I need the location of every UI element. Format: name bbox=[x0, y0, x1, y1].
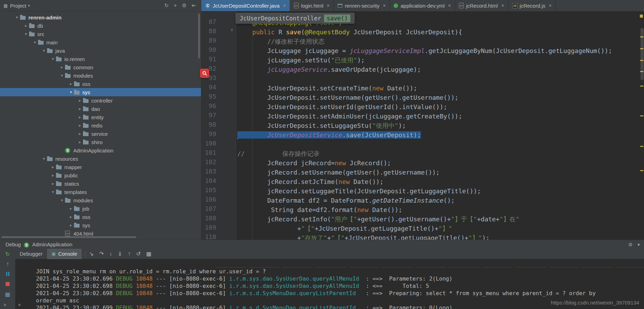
project-panel-title[interactable]: Project bbox=[10, 3, 26, 9]
tree-item[interactable]: ▸entity bbox=[0, 113, 201, 121]
show-execution-point-icon[interactable]: ↘ bbox=[89, 250, 93, 257]
expand-arrow-icon[interactable]: ▸ bbox=[77, 98, 83, 103]
editor-tab[interactable]: renren-security× bbox=[334, 0, 390, 11]
tree-item[interactable]: ▸job bbox=[0, 204, 201, 213]
close-tab-icon[interactable]: × bbox=[283, 3, 286, 8]
expand-arrow-icon[interactable]: ▾ bbox=[14, 15, 20, 20]
expand-arrow-icon[interactable]: ▸ bbox=[68, 206, 74, 211]
rerun-button[interactable]: ↻ bbox=[4, 251, 11, 257]
tree-vertical-scrollbar[interactable] bbox=[198, 14, 200, 59]
expand-arrow-icon[interactable]: ▸ bbox=[59, 65, 65, 70]
close-tab-icon[interactable]: × bbox=[327, 3, 330, 8]
tree-item[interactable]: ▸shiro bbox=[0, 138, 201, 146]
line-number[interactable]: 95 bbox=[201, 93, 236, 102]
search-icon[interactable] bbox=[200, 69, 209, 78]
expand-arrow-icon[interactable]: ▸ bbox=[77, 106, 83, 111]
step-into-icon[interactable]: ↓ bbox=[109, 250, 112, 257]
close-tab-icon[interactable]: × bbox=[448, 3, 451, 8]
line-number[interactable]: 101 bbox=[201, 149, 236, 158]
line-number[interactable]: 107 bbox=[201, 205, 236, 214]
line-number[interactable]: 90 bbox=[201, 46, 236, 55]
locate-file-icon[interactable]: ⌖ bbox=[174, 2, 177, 9]
expand-arrow-icon[interactable]: ▸ bbox=[77, 131, 83, 136]
more-tool-windows-icon[interactable]: » bbox=[3, 301, 6, 307]
tree-item[interactable]: ▾io.renren bbox=[0, 55, 201, 63]
project-tool-window-icon[interactable]: ▦ bbox=[3, 3, 8, 8]
line-number[interactable]: 91 bbox=[201, 55, 236, 65]
tree-item[interactable]: ▸controller bbox=[0, 96, 201, 105]
console-output[interactable]: _________ _________ _________ _________ … bbox=[15, 259, 644, 309]
expand-arrow-icon[interactable]: ▸ bbox=[77, 115, 83, 120]
expand-arrow-icon[interactable]: ▸ bbox=[68, 81, 74, 86]
line-number[interactable]: 98 bbox=[201, 121, 236, 130]
expand-arrow-icon[interactable]: ▾ bbox=[59, 198, 65, 203]
expand-arrow-icon[interactable]: ▾ bbox=[59, 73, 65, 78]
line-number[interactable]: 87 bbox=[201, 18, 236, 27]
close-tab-icon[interactable]: × bbox=[549, 3, 552, 8]
expand-arrow-icon[interactable]: ▸ bbox=[68, 223, 74, 228]
line-number[interactable]: 104 bbox=[201, 177, 236, 186]
inspection-indicator[interactable] bbox=[640, 15, 643, 18]
expand-arrow-icon[interactable]: ▾ bbox=[41, 48, 47, 53]
tree-item[interactable]: ▸public bbox=[0, 171, 201, 179]
expand-arrow-icon[interactable]: ▸ bbox=[77, 123, 83, 128]
tree-item[interactable]: ▸oss bbox=[0, 80, 201, 88]
debug-panel-title[interactable]: Debug bbox=[6, 241, 21, 247]
expand-arrow-icon[interactable]: ▸ bbox=[23, 23, 29, 28]
debug-settings-icon[interactable]: ⚙ bbox=[628, 242, 633, 247]
line-number[interactable]: 89 bbox=[201, 37, 236, 46]
expand-arrow-icon[interactable]: ▾ bbox=[68, 90, 74, 95]
line-number[interactable]: 108 bbox=[201, 214, 236, 224]
editor-tab[interactable]: application-dev.yml× bbox=[390, 0, 455, 11]
line-number[interactable]: 99 bbox=[201, 130, 236, 140]
debug-tab-console[interactable]: ▣Console bbox=[47, 249, 82, 259]
hide-panel-icon[interactable]: ⇤ bbox=[192, 2, 196, 9]
step-over-icon[interactable]: ↷ bbox=[99, 250, 104, 257]
expand-arrow-icon[interactable]: ▸ bbox=[50, 181, 56, 186]
tree-item[interactable]: ▾templates bbox=[0, 188, 201, 196]
warning-stripe-mark[interactable] bbox=[640, 86, 643, 87]
tree-item[interactable]: ▾renren-admin bbox=[0, 13, 201, 21]
tree-item[interactable]: ▾modules bbox=[0, 196, 201, 204]
expand-arrow-icon[interactable]: ▸ bbox=[50, 173, 56, 178]
tree-item[interactable]: ▾modules bbox=[0, 71, 201, 80]
tree-item[interactable]: ▸service bbox=[0, 130, 201, 138]
expand-arrow-icon[interactable]: ▾ bbox=[50, 189, 56, 194]
expand-arrow-icon[interactable]: ▸ bbox=[50, 165, 56, 169]
tree-item[interactable]: ▸redis bbox=[0, 121, 201, 130]
line-number[interactable]: 102 bbox=[201, 158, 236, 168]
line-number[interactable]: 97 bbox=[201, 112, 236, 121]
tree-item[interactable]: ▸mapper bbox=[0, 163, 201, 171]
drop-frame-icon[interactable]: ↺ bbox=[136, 250, 140, 257]
restore-layout-button[interactable]: ▦ bbox=[4, 291, 11, 297]
line-number[interactable]: 96 bbox=[201, 102, 236, 112]
more-tool-windows-icon[interactable]: » bbox=[18, 301, 21, 307]
expand-arrow-icon[interactable]: ▾ bbox=[41, 156, 47, 161]
line-number[interactable]: 110 bbox=[201, 233, 236, 240]
warning-stripe-mark[interactable] bbox=[640, 170, 643, 171]
tree-item[interactable]: ▸statics bbox=[0, 179, 201, 188]
up-arrow-button[interactable]: ↑ bbox=[4, 261, 11, 267]
editor-tab[interactable]: JSjcRecord.js× bbox=[508, 0, 556, 11]
pause-button[interactable] bbox=[4, 271, 11, 277]
settings-gear-icon[interactable]: ⚙ bbox=[182, 2, 186, 9]
tree-item[interactable]: SAdminApplication bbox=[0, 146, 201, 154]
line-number[interactable]: 88∨ bbox=[201, 27, 236, 37]
tree-item[interactable]: ▸db bbox=[0, 21, 201, 30]
debug-tab-debugger[interactable]: Debugger bbox=[15, 249, 47, 259]
close-tab-icon[interactable]: × bbox=[501, 3, 504, 8]
tree-item[interactable]: ▾src bbox=[0, 30, 201, 38]
stop-button[interactable] bbox=[4, 281, 11, 287]
tree-item[interactable]: ▾sys bbox=[0, 88, 201, 96]
tree-item[interactable]: ▸dao bbox=[0, 105, 201, 113]
chevron-down-icon[interactable]: ▾ bbox=[28, 3, 30, 8]
line-number[interactable]: 106 bbox=[201, 196, 236, 205]
warning-stripe-mark[interactable] bbox=[640, 146, 643, 147]
tree-item[interactable]: ▸oss bbox=[0, 213, 201, 221]
fold-arrow-icon[interactable]: ∨ bbox=[231, 27, 233, 32]
hide-tool-window-icon[interactable]: ▾ bbox=[637, 242, 640, 247]
expand-arrow-icon[interactable]: ▾ bbox=[32, 40, 38, 45]
editor-text-area[interactable]: @RequestMapping("/save") public R save(@… bbox=[236, 11, 644, 240]
editor-tab[interactable]: <>jcRecord.html× bbox=[455, 0, 508, 11]
tree-item[interactable]: ▾main bbox=[0, 38, 201, 46]
